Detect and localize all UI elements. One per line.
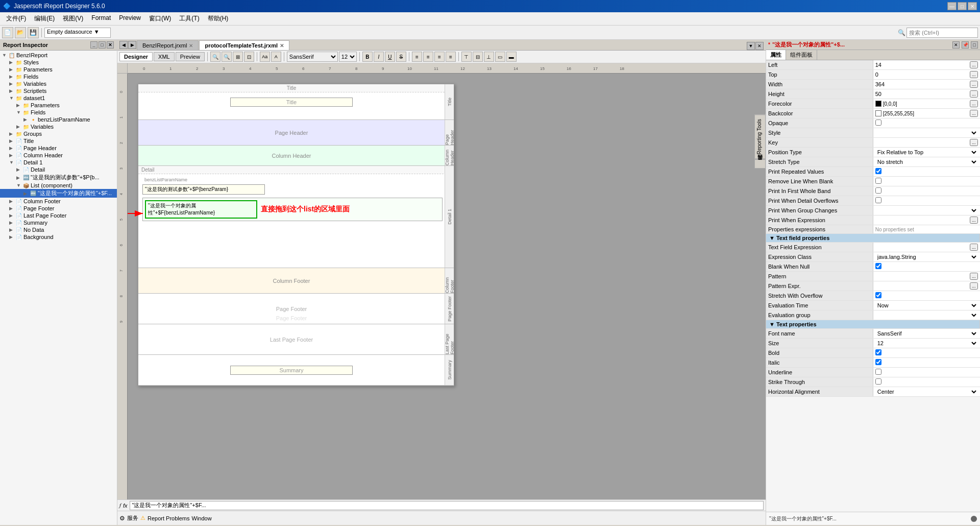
prop-checkbox-removelinewhenblank[interactable] — [875, 178, 881, 184]
actual-size-btn[interactable]: ⊡ — [244, 52, 254, 62]
prop-select-horizontalalignment[interactable]: Center — [875, 388, 978, 395]
problems-label[interactable]: Report Problems — [148, 515, 190, 521]
prop-checkbox-stretchwithoverflow[interactable] — [875, 292, 881, 298]
tree-item-pagefooter[interactable]: ▶ 📄 Page Footer — [0, 205, 117, 212]
align-left-btn[interactable]: ≡ — [412, 52, 422, 62]
top-line-btn[interactable]: ▭ — [495, 52, 505, 62]
menu-window[interactable]: 窗口(W) — [145, 13, 175, 24]
prop-select-fontname[interactable]: SansSerif — [875, 330, 978, 337]
new-btn[interactable]: 📄 — [2, 27, 13, 38]
top-align-btn[interactable]: ⊤ — [461, 52, 472, 62]
tree-item-lastpagefooter[interactable]: ▶ 📄 Last Page Footer — [0, 212, 117, 219]
prop-input-width[interactable] — [875, 81, 969, 87]
tree-item-fields[interactable]: ▼ 📁 Fields — [0, 109, 117, 116]
menu-view[interactable]: 视图(V) — [59, 13, 87, 24]
align-center-btn[interactable]: ≡ — [423, 52, 433, 62]
section-header-collapse[interactable]: ▼ — [769, 235, 775, 241]
service-label[interactable]: 服务 — [127, 514, 138, 522]
panel-close[interactable]: ✕ — [107, 41, 114, 49]
open-btn[interactable]: 📂 — [15, 27, 26, 38]
tree-item-variables[interactable]: ▶ 📁 Variables — [0, 123, 117, 130]
save-btn[interactable]: 💾 — [28, 27, 39, 38]
prop-checkbox-blankwhennull[interactable] — [875, 263, 881, 269]
prop-input-top[interactable] — [875, 71, 969, 78]
tree-item-summary[interactable]: ▶ 📄 Summary — [0, 219, 117, 226]
tab-component-panel[interactable]: 组件面板 — [786, 50, 817, 60]
menu-edit[interactable]: 编辑(E) — [30, 13, 59, 24]
prop-edit-btn[interactable]: ... — [970, 61, 978, 68]
prop-edit-btn[interactable]: ... — [970, 81, 978, 88]
prop-checkbox-bold[interactable] — [875, 349, 881, 355]
list-field-selected[interactable]: "这是我一个对象的属性"+$F{benzListParamName} — [145, 200, 257, 219]
prop-select-positiontype[interactable]: Fix Relative to Top — [875, 149, 978, 156]
maximize-btn[interactable]: □ — [958, 2, 967, 10]
tab-close-all[interactable]: ✕ — [755, 42, 764, 50]
tree-item-benzlistparamname[interactable]: ▶ 🔸 benzListParamName — [0, 116, 117, 123]
tree-item-columnheader[interactable]: ▶ 📄 Column Header — [0, 152, 117, 159]
tree-item-pb[interactable]: ▶ 🔤 "这是我的测试参数"+$P{b... — [0, 173, 117, 182]
bottom-line-btn[interactable]: ▬ — [506, 52, 517, 62]
panel-minimize[interactable]: _ — [90, 41, 97, 49]
side-tab-palette[interactable]: 报告工具 — [754, 159, 766, 169]
menu-format[interactable]: Format — [87, 13, 115, 24]
side-tab-reporting[interactable]: Reporting Tools — [754, 114, 766, 159]
tree-item-background[interactable]: ▶ 📄 Background — [0, 233, 117, 241]
tab-protocol[interactable]: protocolTemplateTest.jrxml ✕ — [199, 40, 289, 50]
prop-select-printwhengroupchanges[interactable] — [875, 207, 978, 214]
tree-item-detail[interactable]: ▶ 📄 Detail — [0, 166, 117, 173]
designer-tab-btn[interactable]: Designer — [119, 52, 153, 61]
tree-item-title[interactable]: ▶ 📄 Title — [0, 137, 117, 145]
prop-select-evaluationtime[interactable]: Now — [875, 302, 978, 309]
prop-input-patternexpr[interactable] — [875, 283, 969, 289]
preview-tab-btn[interactable]: Preview — [176, 52, 205, 61]
bottom-align-btn[interactable]: ⊥ — [484, 52, 494, 62]
align-right-btn[interactable]: ≡ — [434, 52, 445, 62]
prop-edit-btn[interactable]: ... — [970, 71, 978, 78]
xml-tab-btn[interactable]: XML — [154, 52, 175, 61]
prop-edit-btn[interactable]: ... — [970, 273, 978, 280]
title-field[interactable]: Title — [230, 98, 353, 107]
tree-item-scriptlets[interactable]: ▶ 📁 Scriptlets — [0, 87, 117, 94]
tab-benzireport[interactable]: BenzIReport.jrxml ✕ — [137, 40, 199, 50]
menu-help[interactable]: 帮助(H) — [204, 13, 233, 24]
prop-checkbox-underline[interactable] — [875, 369, 881, 375]
close-btn[interactable]: ✕ — [968, 2, 977, 10]
prop-input-left[interactable] — [875, 62, 969, 68]
panel-maximize[interactable]: □ — [99, 41, 106, 49]
prop-checkbox-printinfirstwholeband[interactable] — [875, 187, 881, 194]
tab-next[interactable]: ▶ — [128, 41, 136, 49]
prop-select-evaluationgroup[interactable] — [875, 312, 978, 319]
prop-input-key[interactable] — [875, 139, 969, 146]
window-label[interactable]: Window — [192, 515, 212, 521]
search-input[interactable] — [906, 28, 978, 38]
canvas-wrapper[interactable]: 0 1 2 3 4 5 6 7 8 9 10 11 12 13 14 15 16 — [117, 63, 766, 499]
prop-edit-btn[interactable]: ... — [970, 139, 978, 146]
tab-properties[interactable]: 属性 — [766, 50, 786, 60]
tree-item-styles[interactable]: ▶ 📁 Styles — [0, 59, 117, 66]
size-selector[interactable]: 12 — [339, 52, 357, 62]
zoom-out-btn[interactable]: 🔍 — [222, 52, 232, 62]
detail-param-field[interactable]: "这是我的测试参数"+$P{benzParam} — [142, 184, 265, 195]
section-header-collapse[interactable]: ▼ — [769, 321, 775, 327]
rp-maximize[interactable]: □ — [971, 41, 978, 49]
tree-item-groups[interactable]: ▶ 📁 Groups — [0, 130, 117, 137]
summary-field[interactable]: Summary — [230, 366, 353, 375]
color-edit-btn[interactable]: ... — [970, 110, 978, 117]
prop-checkbox-strikethrough[interactable] — [875, 378, 881, 385]
prop-input-pattern[interactable] — [875, 273, 969, 279]
menu-tools[interactable]: 工具(T) — [175, 13, 203, 24]
prop-edit-btn[interactable]: ... — [970, 217, 978, 224]
minimize-btn[interactable]: — — [947, 2, 957, 10]
tab-benzireport-close[interactable]: ✕ — [189, 43, 193, 49]
expr-input[interactable]: "这是我一个对象的属性"+$F... — [130, 501, 764, 510]
prop-select-style[interactable] — [875, 129, 978, 136]
color-edit-btn[interactable]: ... — [970, 100, 978, 107]
prop-checkbox-printwhendetailoverflows[interactable] — [875, 197, 881, 203]
prop-checkbox-opaque[interactable] — [875, 119, 881, 126]
tree-item-columnfooter[interactable]: ▶ 📄 Column Footer — [0, 198, 117, 205]
prop-select-size[interactable]: 12 — [875, 340, 978, 347]
middle-align-btn[interactable]: ⊟ — [473, 52, 483, 62]
datasource-selector[interactable]: Empty datasource ▼ — [44, 28, 111, 38]
prop-edit-btn[interactable]: ... — [970, 282, 978, 290]
prop-checkbox-printrepeatedvalues[interactable] — [875, 168, 881, 174]
